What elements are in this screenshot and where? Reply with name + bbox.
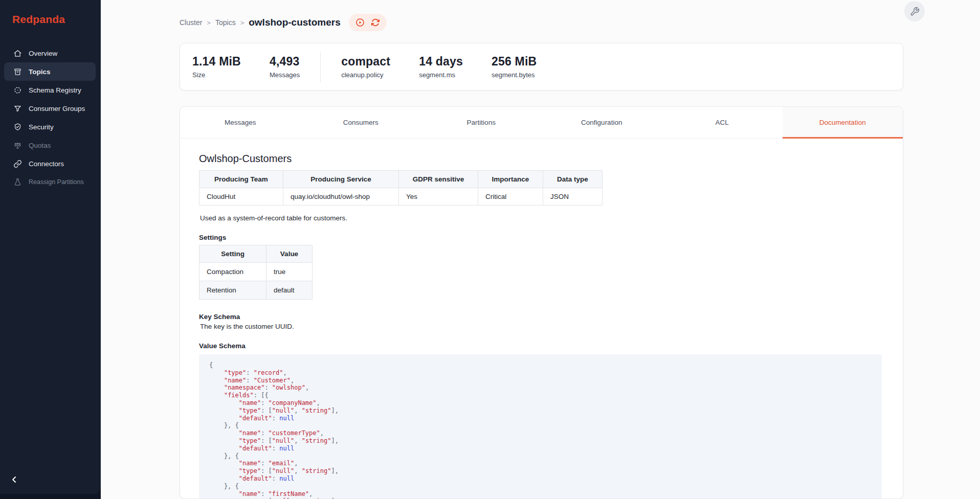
- cell-setting: Compaction: [199, 263, 266, 281]
- sidebar: Redpanda Overview Topics Schema Registry: [0, 0, 101, 494]
- breadcrumb-separator: >: [240, 19, 244, 27]
- stat-value: 1.14 MiB: [192, 55, 241, 69]
- sidebar-item-connectors[interactable]: Connectors: [0, 154, 101, 173]
- col-data-type: Data type: [543, 171, 603, 188]
- connectors-icon: [13, 160, 22, 168]
- page-title: owlshop-customers: [249, 17, 340, 28]
- redpanda-logo[interactable]: Redpanda: [0, 0, 101, 26]
- sidebar-item-label: Topics: [29, 68, 51, 76]
- stat-value: compact: [341, 55, 390, 69]
- sidebar-item-label: Connectors: [29, 160, 64, 168]
- col-importance: Importance: [478, 171, 543, 188]
- col-value: Value: [266, 245, 313, 263]
- stat-size: 1.14 MiB Size: [192, 55, 241, 79]
- col-setting: Setting: [199, 245, 266, 263]
- table-header-row: Producing Team Producing Service GDPR se…: [199, 171, 603, 188]
- documentation-panel: Owlshop-Customers Producing Team Produci…: [180, 139, 903, 499]
- key-schema-text: The key is the customer UUID.: [199, 323, 882, 330]
- table-row: Retention default: [199, 281, 313, 300]
- stat-value: 256 MiB: [492, 55, 537, 69]
- topics-icon: [13, 67, 22, 76]
- topbar: Cluster > Topics > owlshop-customers: [180, 11, 965, 34]
- sidebar-shell: Redpanda Overview Topics Schema Registry: [0, 0, 101, 499]
- tab-partitions[interactable]: Partitions: [421, 107, 542, 138]
- cell-gdpr-sensitive: Yes: [399, 188, 478, 206]
- sidebar-item-label: Overview: [29, 50, 57, 57]
- sidebar-nav: Overview Topics Schema Registry Consumer…: [0, 44, 101, 191]
- tab-acl[interactable]: ACL: [662, 107, 783, 138]
- sidebar-item-schema-registry[interactable]: Schema Registry: [0, 81, 101, 99]
- tab-documentation[interactable]: Documentation: [783, 107, 903, 138]
- doc-note: Used as a system-of-record table for cus…: [199, 214, 882, 222]
- sidebar-item-label: Schema Registry: [29, 86, 81, 94]
- stat-label: segment.ms: [419, 71, 463, 79]
- cell-value: default: [266, 281, 313, 300]
- sidebar-item-security[interactable]: Security: [0, 118, 101, 136]
- topic-actions-pill: [349, 14, 387, 31]
- settings-heading: Settings: [199, 234, 882, 241]
- sidebar-item-label: Quotas: [29, 142, 51, 149]
- stat-value: 4,493: [270, 55, 300, 69]
- sidebar-item-overview[interactable]: Overview: [0, 44, 101, 62]
- consumer-groups-icon: [13, 104, 22, 113]
- play-circle-icon[interactable]: [355, 17, 365, 28]
- refresh-icon[interactable]: [370, 17, 381, 28]
- reassign-partitions-icon: [13, 178, 22, 187]
- topic-detail-card: Messages Consumers Partitions Configurat…: [180, 106, 903, 499]
- stats-divider: [320, 52, 321, 82]
- tab-messages[interactable]: Messages: [180, 107, 301, 138]
- doc-title: Owlshop-Customers: [199, 153, 882, 165]
- cell-value: true: [266, 263, 313, 281]
- cell-producing-team: CloudHut: [199, 188, 283, 206]
- producing-info-table: Producing Team Producing Service GDPR se…: [199, 170, 603, 206]
- stat-segment-bytes: 256 MiB segment.bytes: [492, 55, 537, 79]
- col-gdpr-sensitive: GDPR sensitive: [399, 171, 478, 188]
- settings-table: Setting Value Compaction true Retention …: [199, 245, 313, 300]
- stat-cleanup-policy: compact cleanup.policy: [341, 55, 390, 79]
- table-header-row: Setting Value: [199, 245, 313, 263]
- table-row: Compaction true: [199, 263, 313, 281]
- breadcrumb-topics[interactable]: Topics: [215, 18, 236, 27]
- table-row: CloudHut quay.io/cloudhut/owl-shop Yes C…: [199, 188, 603, 206]
- stat-value: 14 days: [419, 55, 463, 69]
- sidebar-item-quotas[interactable]: Quotas: [0, 136, 101, 154]
- cell-setting: Retention: [199, 281, 266, 300]
- value-schema-code: { "type": "record", "name": "Customer", …: [199, 354, 882, 499]
- tab-configuration[interactable]: Configuration: [542, 107, 662, 138]
- stat-messages: 4,493 Messages: [270, 55, 300, 79]
- quotas-icon: [13, 141, 22, 150]
- home-icon: [13, 49, 22, 58]
- wrench-icon: [910, 7, 920, 16]
- col-producing-team: Producing Team: [199, 171, 283, 188]
- topic-stats-card: 1.14 MiB Size 4,493 Messages compact cle…: [180, 43, 903, 90]
- breadcrumb-cluster[interactable]: Cluster: [180, 18, 202, 27]
- stat-label: Messages: [270, 71, 300, 79]
- chevron-left-icon: [9, 474, 19, 485]
- schema-registry-icon: [13, 86, 22, 95]
- sidebar-item-label: Consumer Groups: [29, 105, 85, 112]
- cell-producing-service: quay.io/cloudhut/owl-shop: [283, 188, 399, 206]
- stat-label: segment.bytes: [492, 71, 537, 79]
- security-icon: [13, 123, 22, 131]
- cell-data-type: JSON: [543, 188, 603, 206]
- sidebar-item-label: Reassign Partitions: [29, 178, 84, 186]
- sidebar-item-label: Security: [29, 123, 54, 131]
- value-schema-heading: Value Schema: [199, 342, 882, 350]
- cell-importance: Critical: [478, 188, 543, 206]
- collapse-sidebar-button[interactable]: [9, 474, 20, 486]
- sidebar-item-consumer-groups[interactable]: Consumer Groups: [0, 99, 101, 118]
- stat-segment-ms: 14 days segment.ms: [419, 55, 463, 79]
- stat-label: Size: [192, 71, 241, 79]
- col-producing-service: Producing Service: [283, 171, 399, 188]
- tab-consumers[interactable]: Consumers: [301, 107, 421, 138]
- breadcrumb-separator: >: [207, 19, 211, 27]
- user-settings-button[interactable]: [904, 1, 925, 21]
- sidebar-item-topics[interactable]: Topics: [4, 62, 96, 81]
- topic-tabs: Messages Consumers Partitions Configurat…: [180, 107, 903, 139]
- stat-label: cleanup.policy: [341, 71, 390, 79]
- key-schema-heading: Key Schema: [199, 313, 882, 321]
- sidebar-item-reassign-partitions[interactable]: Reassign Partitions: [0, 173, 101, 191]
